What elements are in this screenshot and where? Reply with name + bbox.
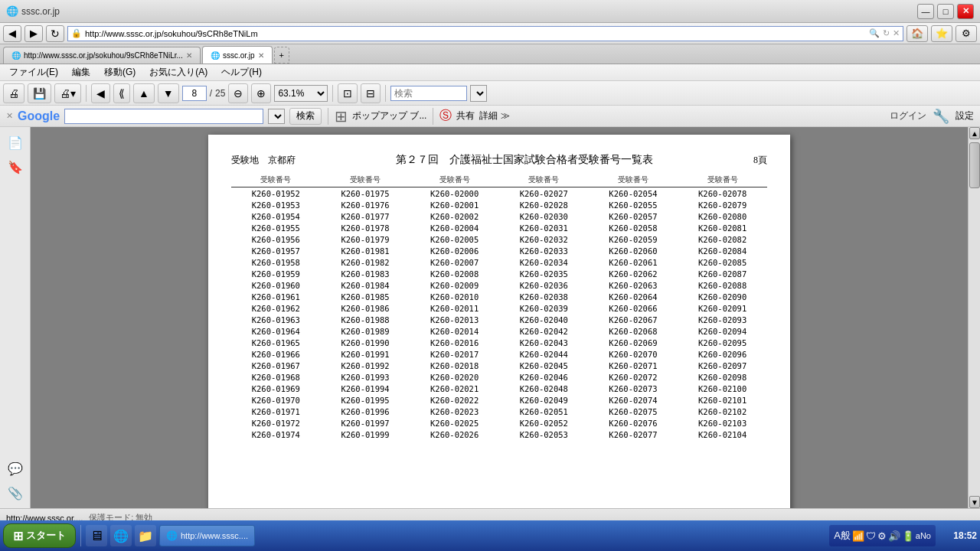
google-close-icon[interactable]: ✕ xyxy=(6,111,13,121)
table-cell: K260-02103 xyxy=(678,417,767,429)
tray-power-icon[interactable]: 🔋 xyxy=(902,530,914,542)
table-cell: K260-02094 xyxy=(678,325,767,337)
navigation-bar: ◀ ▶ ↻ 🔒 🔍 ↻ ✕ 🏠 ⭐ ⚙ xyxy=(0,23,980,44)
next-page-button[interactable]: ⟪ xyxy=(113,83,130,103)
pdf-search-select[interactable] xyxy=(470,85,487,102)
table-cell: K260-01974 xyxy=(231,429,321,440)
maximize-button[interactable]: □ xyxy=(937,4,954,19)
forward-button[interactable]: ▶ xyxy=(24,25,43,42)
scroll-up-button[interactable]: ▲ xyxy=(969,127,980,139)
more-tools-button[interactable]: 🖨▾ xyxy=(54,83,81,103)
table-row: K260-01962K260-01986K260-02011K260-02039… xyxy=(231,302,767,314)
stop-small-icon[interactable]: ✕ xyxy=(893,28,900,38)
table-cell: K260-01994 xyxy=(321,383,410,394)
zoom-in-button[interactable]: ⊕ xyxy=(251,83,271,103)
sys-tray-container: A般 📶 🛡 ⚙ 🔊 🔋 aNo xyxy=(829,525,936,546)
quick-launch-ie[interactable]: 🌐 xyxy=(110,525,132,546)
table-cell: K260-02061 xyxy=(589,256,678,268)
search-icon[interactable]: 🔍 xyxy=(869,28,880,38)
prev-page-button[interactable]: ◀ xyxy=(91,83,110,103)
menu-edit[interactable]: 編集 xyxy=(66,64,96,80)
sidebar-attachments-icon[interactable]: 📎 xyxy=(6,484,24,502)
print-button[interactable]: 🖨 xyxy=(3,83,24,103)
reload-button[interactable]: ↻ xyxy=(46,25,64,42)
table-cell: K260-02000 xyxy=(410,187,499,200)
minimize-button[interactable]: — xyxy=(917,4,934,19)
new-tab-button[interactable]: + xyxy=(274,47,289,64)
tray-ime-icon[interactable]: A般 xyxy=(834,529,851,543)
page-total: 25 xyxy=(215,88,225,99)
fit-page-button[interactable]: ⊡ xyxy=(338,83,358,103)
table-cell: K260-02008 xyxy=(410,268,499,279)
tab2-close-icon[interactable]: ✕ xyxy=(258,51,264,60)
taskbar-browser-item[interactable]: 🌐 http://www.sssc.... xyxy=(159,525,255,546)
pdf-title: 第２７回 介護福祉士国家試験合格者受験番号一覧表 xyxy=(396,153,653,167)
table-row: K260-01958K260-01982K260-02007K260-02034… xyxy=(231,256,767,268)
menu-help[interactable]: ヘルプ(H) xyxy=(215,64,268,80)
google-search-dropdown[interactable] xyxy=(268,109,285,124)
page-up-button[interactable]: ▲ xyxy=(133,83,155,103)
google-search-button[interactable]: 検索 xyxy=(289,108,322,125)
tab2-label: sssc.or.jp xyxy=(223,51,255,60)
table-cell: K260-02090 xyxy=(678,291,767,302)
tray-volume-icon[interactable]: 🔊 xyxy=(888,530,900,542)
login-link[interactable]: ログイン xyxy=(890,109,926,122)
save-button[interactable]: 💾 xyxy=(28,83,51,103)
sidebar-comments-icon[interactable]: 💬 xyxy=(6,459,24,478)
settings-button[interactable]: ⚙ xyxy=(956,25,977,42)
close-button[interactable]: ✕ xyxy=(957,4,974,19)
refresh-small-icon[interactable]: ↻ xyxy=(883,28,890,38)
windows-logo-icon: ⊞ xyxy=(13,529,23,543)
menu-favorites[interactable]: お気に入り(A) xyxy=(143,64,214,80)
google-divider-1 xyxy=(328,108,328,125)
table-cell: K260-01969 xyxy=(231,383,321,394)
tray-security-icon[interactable]: 🛡 xyxy=(866,530,876,542)
home-button[interactable]: 🏠 xyxy=(906,25,928,42)
google-search-input[interactable] xyxy=(64,109,263,124)
pdf-search-input[interactable] xyxy=(390,86,467,101)
menu-navigate[interactable]: 移動(G) xyxy=(98,64,142,80)
popup-icon[interactable]: ⊞ xyxy=(335,107,348,126)
table-cell: K260-02011 xyxy=(410,302,499,314)
tray-network-icon[interactable]: 📶 xyxy=(852,530,864,542)
table-cell: K260-02079 xyxy=(678,199,767,210)
table-cell: K260-02009 xyxy=(410,279,499,291)
menu-file[interactable]: ファイル(E) xyxy=(3,64,64,80)
table-cell: K260-02077 xyxy=(589,429,678,440)
table-cell: K260-01958 xyxy=(231,256,321,268)
sidebar-bookmarks-icon[interactable]: 🔖 xyxy=(6,158,24,176)
table-cell: K260-02091 xyxy=(678,302,767,314)
table-cell: K260-02018 xyxy=(410,360,499,371)
tray-update-icon[interactable]: ⚙ xyxy=(877,530,887,542)
back-button[interactable]: ◀ xyxy=(3,25,21,42)
settings-icon[interactable]: 🔧 xyxy=(933,108,949,125)
settings-label[interactable]: 設定 xyxy=(956,109,974,122)
col-header-2: 受験番号 xyxy=(321,173,410,187)
tab1-close-icon[interactable]: ✕ xyxy=(186,51,192,60)
quick-launch-1[interactable]: 🖥 xyxy=(86,525,107,546)
table-cell: K260-02074 xyxy=(589,394,678,406)
sidebar-pages-icon[interactable]: 📄 xyxy=(6,133,24,152)
share-icon[interactable]: Ⓢ xyxy=(439,108,452,124)
tab-1[interactable]: 🌐 http://www.sssc.or.jp/sokuhou/9sCRh8eT… xyxy=(3,47,201,64)
details-label[interactable]: 詳細 ≫ xyxy=(479,109,509,122)
table-row: K260-01965K260-01990K260-02016K260-02043… xyxy=(231,337,767,348)
zoom-out-button[interactable]: ⊖ xyxy=(228,83,248,103)
page-down-button[interactable]: ▼ xyxy=(158,83,179,103)
favorites-button[interactable]: ⭐ xyxy=(931,25,952,42)
fit-width-button[interactable]: ⊟ xyxy=(361,83,381,103)
table-cell: K260-02043 xyxy=(499,337,589,348)
table-cell: K260-01953 xyxy=(231,199,321,210)
tab-2[interactable]: 🌐 sssc.or.jp ✕ xyxy=(202,46,273,64)
scroll-down-button[interactable]: ▼ xyxy=(969,496,980,508)
quick-launch-folder[interactable]: 📁 xyxy=(135,525,156,546)
address-input[interactable] xyxy=(85,29,866,38)
start-button[interactable]: ⊞ スタート xyxy=(3,523,76,548)
zoom-select[interactable]: 63.1% 50% 75% 100% xyxy=(274,85,328,102)
page-number-input[interactable] xyxy=(182,86,207,101)
table-cell: K260-02068 xyxy=(589,325,678,337)
tab2-favicon: 🌐 xyxy=(211,51,220,60)
address-bar[interactable]: 🔒 🔍 ↻ ✕ xyxy=(67,26,903,41)
scrollbar-right[interactable]: ▲ ▼ xyxy=(968,127,980,508)
scrollbar-thumb[interactable] xyxy=(969,142,980,188)
